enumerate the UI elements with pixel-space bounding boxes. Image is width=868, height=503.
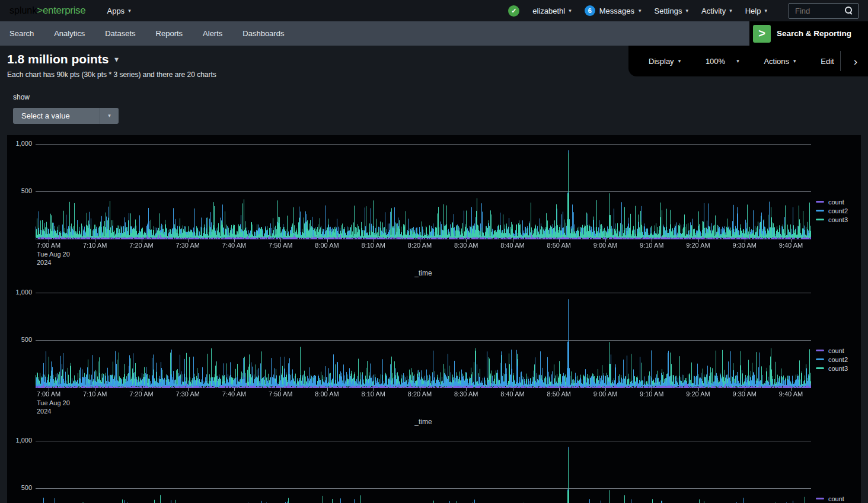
app-nav-bar: Search Analytics Datasets Reports Alerts…: [0, 21, 868, 46]
top-bar: splunk >enterprise Apps ▾ ✓ elizabethl ▾…: [0, 0, 868, 21]
x-axis-label: 9:20 AM: [686, 390, 710, 398]
search-icon[interactable]: [845, 7, 853, 15]
legend-item-count3[interactable]: count3: [816, 215, 848, 224]
legend-swatch: [816, 210, 824, 212]
zoom-level-button[interactable]: 100% ▾: [706, 57, 739, 66]
chart-legend: countcount2count3: [816, 197, 848, 224]
x-axis-label: 7:30 AM: [176, 242, 200, 249]
dropdown-caret-box: ▾: [100, 108, 119, 124]
x-axis-label: 8:20 AM: [408, 390, 432, 398]
apps-label: Apps: [107, 7, 125, 15]
chevron-down-icon: ▾: [736, 59, 739, 64]
legend-swatch: [816, 201, 824, 203]
x-axis-title: _time: [414, 269, 432, 277]
filter-dropdown-value: Select a value: [13, 111, 100, 120]
splunk-chevron-icon: >: [753, 25, 771, 43]
chart-1: 5001,0007:00 AM7:10 AM7:20 AM7:30 AM7:40…: [7, 140, 861, 282]
x-axis-label: 8:40 AM: [500, 242, 524, 249]
chevron-down-icon: ▾: [569, 8, 572, 14]
legend-item-count[interactable]: count: [816, 197, 848, 206]
chart-canvas[interactable]: [36, 437, 811, 503]
x-axis-label: 9:30 AM: [733, 390, 757, 398]
actions-menu-button[interactable]: Actions ▾: [764, 57, 796, 66]
y-axis-label: 500: [7, 187, 32, 194]
x-axis-label: 8:20 AM: [408, 242, 432, 249]
find-input[interactable]: [795, 7, 845, 15]
nav-item-dashboards[interactable]: Dashboards: [242, 29, 284, 38]
x-axis-label: 9:00 AM: [593, 242, 617, 249]
chart-2: 5001,0007:00 AM7:10 AM7:20 AM7:30 AM7:40…: [7, 289, 861, 431]
settings-label: Settings: [655, 7, 682, 15]
y-axis-label: 1,000: [7, 140, 32, 147]
x-axis-label: 8:10 AM: [362, 390, 385, 398]
user-name: elizabethl: [532, 7, 565, 15]
x-axis-label: 7:10 AM: [83, 242, 107, 249]
x-axis-date-label: Tue Aug 202024: [37, 250, 70, 267]
x-axis-label: 7:20 AM: [129, 242, 153, 249]
filter-dropdown[interactable]: Select a value ▾: [13, 108, 119, 124]
dashboard-title-menu[interactable]: 1.8 million points ▾: [7, 52, 216, 66]
user-menu[interactable]: elizabethl ▾: [532, 7, 571, 15]
messages-badge: 6: [585, 5, 595, 16]
chevron-right-icon[interactable]: ›: [849, 56, 862, 67]
settings-menu[interactable]: Settings ▾: [655, 7, 689, 15]
legend-item-count2[interactable]: count2: [816, 355, 848, 364]
legend-label: count3: [828, 365, 848, 372]
legend-item-count3[interactable]: count3: [816, 364, 848, 373]
nav-item-reports[interactable]: Reports: [156, 29, 183, 38]
legend-label: count3: [828, 216, 848, 223]
nav-item-alerts[interactable]: Alerts: [203, 29, 222, 38]
logo-product: >enterprise: [37, 5, 85, 17]
filter-label: show: [13, 93, 30, 101]
x-axis-label: 8:50 AM: [547, 390, 571, 398]
x-axis-label: 7:30 AM: [176, 390, 200, 398]
display-menu-button[interactable]: Display ▾: [649, 57, 681, 66]
x-axis-label: 7:50 AM: [269, 242, 292, 249]
x-axis-label: 8:00 AM: [315, 390, 339, 398]
activity-menu[interactable]: Activity ▾: [701, 7, 732, 15]
x-axis-label: 8:50 AM: [547, 242, 571, 249]
x-axis-label: 9:00 AM: [593, 390, 617, 398]
chevron-down-icon: ▾: [793, 59, 796, 64]
x-axis-label: 8:30 AM: [454, 242, 478, 249]
chart-legend: countcount2count3: [816, 346, 848, 373]
chevron-down-icon: ▾: [639, 8, 642, 14]
x-axis-label: 8:40 AM: [500, 390, 524, 398]
dashboard-panel: 5001,0007:00 AM7:10 AM7:20 AM7:30 AM7:40…: [7, 135, 861, 503]
help-menu[interactable]: Help ▾: [745, 7, 767, 15]
find-search-box[interactable]: [789, 3, 859, 19]
legend-label: count: [828, 495, 844, 502]
messages-menu[interactable]: 6 Messages ▾: [585, 5, 642, 16]
nav-item-search[interactable]: Search: [9, 29, 34, 38]
x-axis-title: _time: [414, 418, 432, 426]
apps-menu[interactable]: Apps ▾: [107, 7, 130, 15]
splunk-logo[interactable]: splunk >enterprise: [9, 5, 85, 17]
legend-label: count: [828, 347, 844, 354]
page-title: 1.8 million points: [7, 52, 109, 66]
chevron-down-icon: ▾: [115, 56, 119, 63]
nav-item-datasets[interactable]: Datasets: [105, 29, 135, 38]
chart-legend: countcount2count3: [816, 494, 848, 503]
x-axis-label: 9:40 AM: [779, 390, 803, 398]
legend-swatch: [816, 219, 824, 220]
chart-canvas[interactable]: [36, 140, 811, 243]
legend-label: count2: [828, 207, 848, 214]
y-axis-label: 1,000: [7, 289, 32, 296]
legend-item-count[interactable]: count: [816, 494, 848, 503]
chart-canvas[interactable]: [36, 289, 811, 392]
y-axis-label: 1,000: [7, 437, 32, 444]
nav-item-analytics[interactable]: Analytics: [54, 29, 85, 38]
edit-button[interactable]: Edit: [821, 57, 834, 66]
help-label: Help: [745, 7, 761, 15]
x-axis-label: 9:20 AM: [686, 242, 710, 249]
current-app-section[interactable]: > Search & Reporting: [749, 21, 868, 46]
x-axis-label: 7:20 AM: [129, 390, 153, 398]
legend-item-count2[interactable]: count2: [816, 206, 848, 215]
zoom-value: 100%: [706, 57, 725, 66]
chevron-down-icon: ▾: [108, 113, 111, 118]
legend-swatch: [816, 367, 824, 369]
chevron-down-icon: ▾: [729, 8, 732, 14]
legend-item-count[interactable]: count: [816, 346, 848, 355]
x-axis-label: 9:40 AM: [779, 242, 803, 249]
chevron-down-icon: ▾: [678, 59, 681, 64]
